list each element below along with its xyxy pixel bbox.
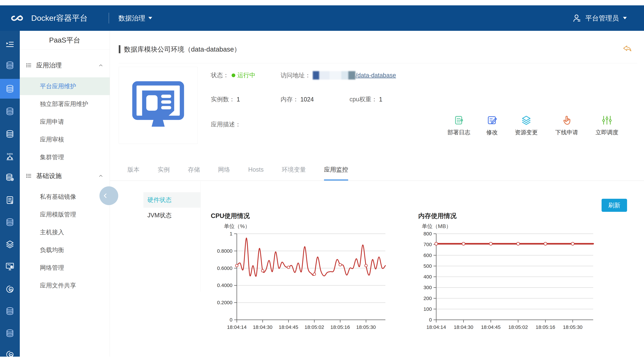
tab-实例[interactable]: 实例 (158, 160, 170, 181)
sidebar-item-网络管理[interactable]: 网络管理 (20, 259, 110, 277)
sidebar-title: PaaS平台 (20, 31, 110, 50)
memory-chart-plot: 800700600500400300200100018:04:1418:04:3… (409, 209, 620, 337)
icon-rail: DATA (0, 31, 20, 357)
tab-Hosts[interactable]: Hosts (248, 160, 264, 181)
action-资源变更[interactable]: 资源变更 (510, 115, 542, 140)
cpu-weight-field: cpu权重： 1 (350, 95, 382, 103)
subnav-硬件状态[interactable]: 硬件状态 (144, 192, 200, 208)
sidebar-item-应用文件共享[interactable]: 应用文件共享 (20, 277, 110, 294)
layers-icon (5, 239, 15, 249)
rail-item-cloud-swirl-14[interactable] (0, 345, 20, 357)
sidebar-item-应用申请[interactable]: 应用申请 (20, 113, 110, 131)
status-label: 状态： (211, 71, 229, 79)
action-立即调度[interactable]: 立即调度 (591, 115, 623, 140)
rail-item-database-gear-6[interactable] (0, 168, 20, 187)
sidebar-item-平台应用维护[interactable]: 平台应用维护 (20, 77, 110, 95)
rail-item-layers-9[interactable] (0, 234, 20, 254)
application-icon-card (119, 67, 198, 144)
cpu-weight-value: 1 (379, 96, 382, 103)
platform-logo-icon (10, 10, 25, 26)
address-link[interactable]: /data-database (356, 72, 396, 79)
user-icon (572, 13, 582, 23)
svg-text:100: 100 (424, 306, 432, 312)
sidebar-item-应用模版管理[interactable]: 应用模版管理 (20, 206, 110, 223)
back-icon[interactable] (621, 44, 633, 54)
title-accent-bar (119, 45, 120, 53)
rail-item-database-8[interactable] (0, 212, 20, 232)
cloud-swirl-icon (5, 350, 15, 357)
svg-text:0: 0 (230, 317, 232, 323)
action-label: 下线申请 (555, 129, 578, 136)
top-menu-label: 数据治理 (118, 13, 145, 23)
data-flow-icon: DATA (5, 152, 15, 162)
sidebar-item-主机接入[interactable]: 主机接入 (20, 223, 110, 241)
sidebar-group-1[interactable]: 基础设施 (20, 168, 110, 184)
svg-text:18:05:30: 18:05:30 (563, 324, 582, 330)
rail-item-data-flow-5[interactable]: DATA (0, 147, 20, 167)
database-gear-icon (5, 173, 15, 182)
sidebar-group-0[interactable]: 应用治理 (20, 57, 110, 74)
sidebar-item-应用审核[interactable]: 应用审核 (20, 131, 110, 148)
sliders-icon (601, 115, 613, 126)
chevron-up-icon (98, 173, 104, 179)
svg-text:18:04:45: 18:04:45 (279, 324, 298, 330)
sidebar-group-label: 应用治理 (36, 61, 98, 70)
svg-text:400: 400 (424, 274, 432, 279)
svg-text:18:04:14: 18:04:14 (426, 324, 446, 330)
cpu-chart-plot: 10.80000.60000.40000.2000018:04:1418:04:… (201, 209, 412, 337)
tab-版本[interactable]: 版本 (128, 160, 140, 181)
svg-text:18:05:16: 18:05:16 (536, 324, 555, 330)
database-icon (5, 84, 15, 94)
svg-text:18:05:02: 18:05:02 (304, 324, 324, 330)
svg-text:500: 500 (424, 263, 432, 269)
svg-text:200: 200 (424, 296, 432, 301)
action-部署日志[interactable]: 部署日志 (443, 115, 475, 140)
status-dot-icon (232, 73, 235, 77)
svg-text:0.8000: 0.8000 (217, 248, 232, 254)
rail-item-database-12[interactable] (0, 301, 20, 321)
rail-item-monitor-settings-10[interactable] (0, 256, 20, 276)
database-icon (5, 60, 15, 70)
rail-item-collapse-menu-0[interactable] (0, 34, 20, 54)
sidebar-collapse-handle[interactable] (100, 186, 118, 205)
action-修改[interactable]: 修改 (476, 115, 508, 140)
svg-text:DATA: DATA (7, 153, 13, 155)
chevron-left-icon (102, 192, 109, 199)
sidebar-item-负载均衡[interactable]: 负载均衡 (20, 241, 110, 259)
sidebar-item-私有基础镜像[interactable]: 私有基础镜像 (20, 188, 110, 206)
rail-item-database-1[interactable] (0, 55, 20, 75)
monitor-document-icon (130, 77, 187, 134)
tab-环境变量[interactable]: 环境变量 (282, 160, 306, 181)
memory-field: 内存： 1024 (280, 95, 314, 103)
subnav-JVM状态[interactable]: JVM状态 (144, 208, 200, 223)
rail-item-database-4[interactable] (0, 124, 20, 144)
svg-text:600: 600 (424, 252, 432, 258)
memory-value: 1024 (300, 96, 314, 103)
svg-text:1: 1 (230, 231, 232, 236)
rail-item-database-13[interactable] (0, 323, 20, 343)
rail-item-database-2[interactable] (0, 79, 20, 99)
svg-text:18:04:14: 18:04:14 (227, 324, 247, 330)
detail-tabs: 版本实例存储网络Hosts环境变量应用监控 (110, 160, 644, 181)
action-下线申请[interactable]: 下线申请 (551, 115, 582, 140)
top-menu-data-governance[interactable]: 数据治理 (118, 5, 152, 31)
rail-item-cloud-swirl-11[interactable] (0, 279, 20, 299)
svg-text:18:04:45: 18:04:45 (481, 324, 500, 330)
top-navigation-bar: Docker容器平台 数据治理 平台管理员 (0, 5, 644, 31)
rail-item-database-3[interactable] (0, 101, 20, 121)
hand-point-icon (561, 115, 572, 126)
svg-text:0.2000: 0.2000 (217, 300, 232, 305)
description-label: 应用描述： (211, 120, 241, 129)
sidebar-item-独立部署应用维护[interactable]: 独立部署应用维护 (20, 95, 110, 113)
instances-field: 实例数： 1 (211, 95, 240, 103)
user-menu[interactable]: 平台管理员 (572, 5, 627, 31)
database-icon (5, 306, 15, 316)
svg-text:300: 300 (424, 285, 432, 290)
rail-item-certificate-7[interactable] (0, 190, 20, 210)
tab-应用监控[interactable]: 应用监控 (324, 160, 348, 181)
tab-网络[interactable]: 网络 (218, 160, 230, 181)
database-icon (5, 129, 15, 139)
sidebar-item-集群管理[interactable]: 集群管理 (20, 148, 110, 166)
svg-text:0.4000: 0.4000 (217, 282, 232, 288)
tab-存储[interactable]: 存储 (188, 160, 200, 181)
